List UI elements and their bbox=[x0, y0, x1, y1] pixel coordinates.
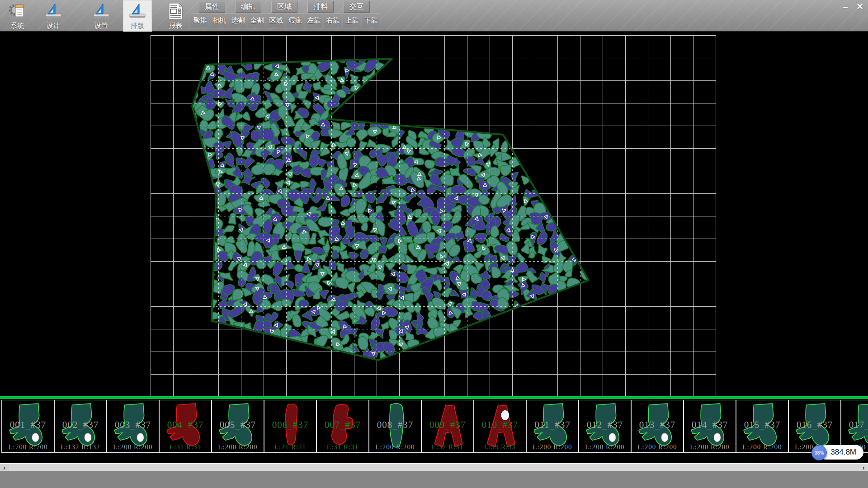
thumbnail-id: 014_#37 bbox=[684, 419, 736, 431]
design-button-label: 设计 bbox=[47, 22, 60, 30]
thumbnail-id: 005_#37 bbox=[212, 419, 264, 431]
thumbnail-lr: L:200 R:200 bbox=[684, 443, 736, 451]
thumbnail-cell-1[interactable]: 001_#37L:700 R:700 bbox=[1, 400, 54, 453]
thumbnail-id: 012_#37 bbox=[579, 419, 631, 431]
thumbnail-id: 010_#37 bbox=[474, 419, 526, 431]
status-bar bbox=[0, 471, 868, 488]
thumbnail-id: 007_#37 bbox=[317, 419, 368, 431]
filmstrip-green-border bbox=[0, 396, 868, 400]
minimize-button[interactable]: – bbox=[839, 1, 852, 12]
thumbnail-id: 013_#37 bbox=[632, 419, 683, 431]
thumbnail-cell-2[interactable]: 002_#37L:132 R:132 bbox=[54, 400, 107, 453]
tool-button-5[interactable]: 区域 bbox=[267, 14, 285, 27]
tool-button-3[interactable]: 选割 bbox=[229, 14, 247, 27]
tool-row: 聚排相机选割全割区域瑕疵左靠右靠上靠下靠 bbox=[191, 14, 380, 27]
horizontal-scrollbar[interactable]: ‹ › bbox=[0, 463, 868, 471]
thumbnail-lr: L:700 R:700 bbox=[2, 443, 54, 451]
thumbnail-cell-12[interactable]: 012_#37L:200 R:200 bbox=[578, 400, 631, 453]
settings-ruler-icon bbox=[92, 2, 111, 21]
toolbar: 系统 设计 设置 bbox=[0, 0, 868, 32]
thumbnail-cell-5[interactable]: 005_#37L:200 R:200 bbox=[211, 400, 264, 453]
memory-badge[interactable]: 384.8M 38% bbox=[811, 445, 863, 460]
settings-button-label: 设置 bbox=[94, 22, 108, 30]
thumbnail-id: 009_#37 bbox=[422, 419, 473, 431]
thumbnail-lr: L:33 R:33 bbox=[474, 443, 526, 451]
tool-button-1[interactable]: 聚排 bbox=[191, 14, 209, 27]
thumbnail-id: 006_#37 bbox=[264, 419, 316, 431]
thumbnail-cell-8[interactable]: 008_#37L:200 R:200 bbox=[368, 400, 421, 453]
thumbnail-cell-9[interactable]: 009_#37L:32 R:31 bbox=[421, 400, 474, 453]
system-button[interactable]: 系统 bbox=[3, 0, 32, 32]
scroll-right-arrow[interactable]: › bbox=[859, 464, 868, 471]
thumbnail-id: 003_#37 bbox=[107, 419, 159, 431]
thumbnail-lr: L:200 R:200 bbox=[736, 443, 788, 451]
menu-button-3[interactable]: 区域 bbox=[271, 1, 297, 13]
filmstrip-cells: 001_#37L:700 R:700002_#37L:132 R:132003_… bbox=[0, 400, 868, 453]
thumbnail-lr: L:200 R:200 bbox=[107, 443, 159, 451]
design-ruler-icon bbox=[44, 2, 63, 21]
tool-button-2[interactable]: 相机 bbox=[210, 14, 228, 27]
thumbnail-cell-6[interactable]: 006_#37L:21 R:21 bbox=[264, 400, 316, 453]
window-controls: – × bbox=[839, 1, 866, 12]
tool-button-7[interactable]: 左靠 bbox=[305, 14, 323, 27]
nesting-canvas[interactable] bbox=[0, 32, 868, 396]
scroll-left-arrow[interactable]: ‹ bbox=[0, 464, 9, 471]
thumbnail-cell-15[interactable]: 015_#37L:200 R:200 bbox=[736, 400, 788, 453]
thumbnail-lr: L:31 R:31 bbox=[160, 443, 211, 451]
thumbnail-lr: L:200 R:200 bbox=[369, 443, 421, 451]
report-doc-icon bbox=[166, 2, 185, 21]
thumbnail-lr: L:21 R:21 bbox=[264, 443, 316, 451]
thumbnail-cell-4[interactable]: 004_#37L:31 R:31 bbox=[159, 400, 212, 453]
thumbnail-id: 008_#37 bbox=[369, 419, 421, 431]
menu-button-5[interactable]: 交互 bbox=[344, 1, 370, 13]
thumbnail-id: 001_#37 bbox=[2, 419, 54, 431]
tool-button-4[interactable]: 全割 bbox=[248, 14, 266, 27]
tool-button-6[interactable]: 瑕疵 bbox=[286, 14, 304, 27]
menu-button-1[interactable]: 属性 bbox=[199, 1, 225, 13]
nesting-app-window: 系统 设计 设置 bbox=[0, 0, 868, 488]
thumbnail-id: 016_#37 bbox=[789, 419, 840, 431]
app-button-group: 系统 设计 设置 bbox=[3, 0, 197, 32]
settings-button[interactable]: 设置 bbox=[87, 0, 116, 32]
thumbnail-cell-14[interactable]: 014_#37L:200 R:200 bbox=[683, 400, 736, 453]
tool-button-8[interactable]: 右靠 bbox=[324, 14, 342, 27]
thumbnail-id: 011_#37 bbox=[527, 419, 578, 431]
thumbnail-lr: L:200 R:200 bbox=[579, 443, 631, 451]
thumbnail-lr: L:32 R:31 bbox=[422, 443, 473, 451]
menu-button-2[interactable]: 编辑 bbox=[235, 1, 261, 13]
layout-ruler-icon bbox=[128, 2, 147, 21]
thumbnail-id: 004_#37 bbox=[160, 419, 211, 431]
thumbnail-lr: L:132 R:132 bbox=[55, 443, 106, 451]
thumbnail-cell-7[interactable]: 007_#37L:31 R:31 bbox=[316, 400, 369, 453]
menu-row: 属性编辑区域排料交互 bbox=[199, 1, 370, 13]
tool-button-9[interactable]: 上靠 bbox=[343, 14, 361, 27]
menu-button-4[interactable]: 排料 bbox=[307, 1, 334, 13]
close-button[interactable]: × bbox=[854, 1, 866, 12]
layout-button-label: 排版 bbox=[131, 22, 144, 30]
thumbnail-cell-3[interactable]: 003_#37L:200 R:200 bbox=[106, 400, 159, 453]
system-button-label: 系统 bbox=[10, 22, 24, 30]
piece-filmstrip: 001_#37L:700 R:700002_#37L:132 R:132003_… bbox=[0, 396, 868, 463]
thumbnail-id: 015_#37 bbox=[736, 419, 788, 431]
system-gear-icon bbox=[8, 2, 27, 21]
thumbnail-cell-11[interactable]: 011_#37L:200 R:200 bbox=[526, 400, 579, 453]
thumbnail-cell-13[interactable]: 013_#37L:200 R:200 bbox=[631, 400, 684, 453]
layout-button-active[interactable]: 排版 bbox=[123, 0, 152, 32]
thumbnail-lr: L:200 R:200 bbox=[632, 443, 683, 451]
report-button-label: 报表 bbox=[169, 22, 182, 30]
thumbnail-lr: L:200 R:200 bbox=[212, 443, 264, 451]
thumbnail-lr: L:31 R:31 bbox=[317, 443, 368, 451]
design-button[interactable]: 设计 bbox=[39, 0, 68, 32]
tool-button-10[interactable]: 下靠 bbox=[362, 14, 380, 27]
report-button[interactable]: 报表 bbox=[161, 0, 190, 32]
thumbnail-id: 017_#37 bbox=[841, 419, 868, 431]
thumbnail-cell-10[interactable]: 010_#37L:33 R:33 bbox=[473, 400, 526, 453]
thumbnail-id: 002_#37 bbox=[55, 419, 106, 431]
thumbnail-lr: L:200 R:200 bbox=[527, 443, 578, 451]
